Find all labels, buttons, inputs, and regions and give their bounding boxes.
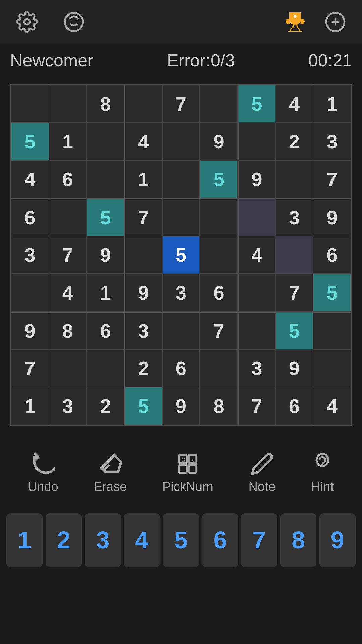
numkey-2[interactable]: 2: [46, 513, 82, 567]
cell-r6c3[interactable]: 3: [124, 312, 162, 350]
cell-r2c7[interactable]: [276, 160, 313, 198]
cell-r2c5[interactable]: 5: [200, 160, 238, 198]
cell-r6c8[interactable]: [313, 312, 351, 350]
cell-r5c8[interactable]: 5: [313, 274, 351, 312]
cell-r5c4[interactable]: 3: [162, 274, 200, 312]
cell-r0c1[interactable]: [49, 85, 87, 123]
cell-r4c7[interactable]: [276, 236, 313, 274]
sudoku-grid[interactable]: 8754151492346159765739379546419367598637…: [10, 84, 352, 426]
erase-button[interactable]: Erase: [94, 452, 127, 494]
cell-r6c6[interactable]: [238, 312, 276, 350]
cell-r7c5[interactable]: [200, 350, 238, 387]
cell-r1c2[interactable]: [86, 123, 124, 161]
cell-r0c7[interactable]: 4: [276, 85, 313, 123]
cell-r2c4[interactable]: [162, 160, 200, 198]
cell-r2c2[interactable]: [86, 160, 124, 198]
cell-r2c3[interactable]: 1: [124, 160, 162, 198]
cell-r3c4[interactable]: [162, 198, 200, 236]
theme-button[interactable]: [60, 8, 87, 35]
cell-r3c1[interactable]: [49, 198, 87, 236]
cell-r5c6[interactable]: [238, 274, 276, 312]
cell-r8c5[interactable]: 8: [200, 387, 238, 425]
cell-r3c2[interactable]: 5: [86, 198, 124, 236]
cell-r0c0[interactable]: [11, 85, 49, 123]
cell-r7c3[interactable]: 2: [124, 350, 162, 387]
numkey-5[interactable]: 5: [163, 513, 199, 567]
cell-r1c1[interactable]: 1: [49, 123, 87, 161]
cell-r5c1[interactable]: 4: [49, 274, 87, 312]
cell-r6c0[interactable]: 9: [11, 312, 49, 350]
cell-r5c7[interactable]: 7: [276, 274, 313, 312]
numkey-9[interactable]: 9: [319, 513, 356, 567]
cell-r3c8[interactable]: 9: [313, 198, 351, 236]
trophy-button[interactable]: [282, 8, 308, 35]
cell-r1c5[interactable]: 9: [200, 123, 238, 161]
cell-r6c4[interactable]: [162, 312, 200, 350]
cell-r0c5[interactable]: [200, 85, 238, 123]
add-button[interactable]: [322, 8, 349, 35]
cell-r8c4[interactable]: 9: [162, 387, 200, 425]
numkey-4[interactable]: 4: [124, 513, 160, 567]
note-button[interactable]: Note: [248, 452, 275, 494]
cell-r1c6[interactable]: [238, 123, 276, 161]
cell-r1c4[interactable]: [162, 123, 200, 161]
cell-r4c3[interactable]: [124, 236, 162, 274]
cell-r0c3[interactable]: [124, 85, 162, 123]
settings-button[interactable]: [13, 8, 40, 35]
cell-r8c1[interactable]: 3: [49, 387, 87, 425]
cell-r7c0[interactable]: 7: [11, 350, 49, 387]
cell-r4c8[interactable]: 6: [313, 236, 351, 274]
numkey-7[interactable]: 7: [241, 513, 277, 567]
cell-r2c6[interactable]: 9: [238, 160, 276, 198]
cell-r6c1[interactable]: 8: [49, 312, 87, 350]
cell-r8c6[interactable]: 7: [238, 387, 276, 425]
cell-r2c8[interactable]: 7: [313, 160, 351, 198]
cell-r2c1[interactable]: 6: [49, 160, 87, 198]
cell-r1c7[interactable]: 2: [276, 123, 313, 161]
cell-r0c6[interactable]: 5: [238, 85, 276, 123]
cell-r6c2[interactable]: 6: [86, 312, 124, 350]
cell-r8c3[interactable]: 5: [124, 387, 162, 425]
numkey-1[interactable]: 1: [6, 513, 43, 567]
cell-r7c8[interactable]: [313, 350, 351, 387]
cell-r5c0[interactable]: [11, 274, 49, 312]
cell-r4c1[interactable]: 7: [49, 236, 87, 274]
cell-r0c4[interactable]: 7: [162, 85, 200, 123]
cell-r8c2[interactable]: 2: [86, 387, 124, 425]
cell-r1c8[interactable]: 3: [313, 123, 351, 161]
cell-r6c7[interactable]: 5: [276, 312, 313, 350]
numkey-3[interactable]: 3: [85, 513, 121, 567]
cell-r1c3[interactable]: 4: [124, 123, 162, 161]
cell-r4c2[interactable]: 9: [86, 236, 124, 274]
cell-r4c0[interactable]: 3: [11, 236, 49, 274]
cell-r7c2[interactable]: [86, 350, 124, 387]
cell-r7c6[interactable]: 3: [238, 350, 276, 387]
cell-r0c8[interactable]: 1: [313, 85, 351, 123]
cell-r6c5[interactable]: 7: [200, 312, 238, 350]
cell-r3c7[interactable]: 3: [276, 198, 313, 236]
cell-r3c6[interactable]: [238, 198, 276, 236]
cell-r7c7[interactable]: 9: [276, 350, 313, 387]
cell-r7c4[interactable]: 6: [162, 350, 200, 387]
cell-r5c2[interactable]: 1: [86, 274, 124, 312]
cell-r4c6[interactable]: 4: [238, 236, 276, 274]
cell-r5c5[interactable]: 6: [200, 274, 238, 312]
numkey-6[interactable]: 6: [202, 513, 238, 567]
cell-r2c0[interactable]: 4: [11, 160, 49, 198]
cell-r5c3[interactable]: 9: [124, 274, 162, 312]
cell-r3c0[interactable]: 6: [11, 198, 49, 236]
cell-r0c2[interactable]: 8: [86, 85, 124, 123]
cell-r3c5[interactable]: [200, 198, 238, 236]
undo-button[interactable]: Undo: [28, 452, 58, 494]
picknum-button[interactable]: 3 3 PickNum: [162, 452, 213, 494]
numkey-8[interactable]: 8: [280, 513, 316, 567]
cell-r8c7[interactable]: 6: [276, 387, 313, 425]
cell-r8c0[interactable]: 1: [11, 387, 49, 425]
cell-r1c0[interactable]: 5: [11, 123, 49, 161]
hint-button[interactable]: Hint: [311, 452, 334, 494]
cell-r4c4[interactable]: 5: [162, 236, 200, 274]
cell-r8c8[interactable]: 4: [313, 387, 351, 425]
cell-r7c1[interactable]: [49, 350, 87, 387]
cell-r3c3[interactable]: 7: [124, 198, 162, 236]
cell-r4c5[interactable]: [200, 236, 238, 274]
